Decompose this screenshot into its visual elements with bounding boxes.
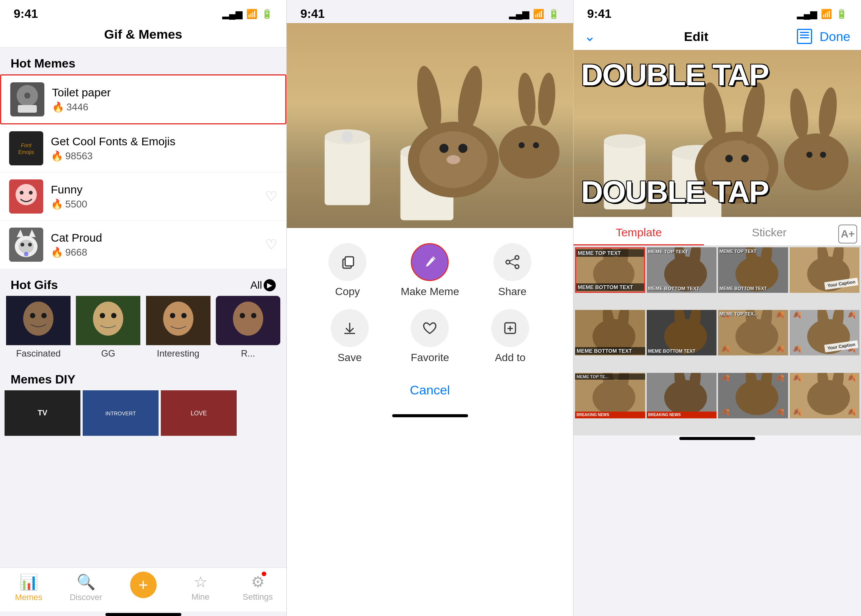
svg-text:🍂: 🍂 [847,373,856,382]
tab-memes[interactable]: 📊 Memes [0,573,57,602]
template-3[interactable]: MEME TOP TEXT MEME BOTTOM TEXT [718,247,788,293]
tab-mine-label: Mine [192,592,210,602]
wifi-icon-3: 📶 [821,9,832,19]
make-meme-button[interactable]: Make Meme [401,243,459,298]
hot-gifs-header-row: Hot Gifs All ▶ [0,269,286,296]
meme-item-fonts[interactable]: Font Emojis Get Cool Fonts & Emojis 🔥 98… [0,124,286,173]
tab-sticker[interactable]: Sticker [704,221,834,245]
meme-fire-cat: 🔥 9668 [51,247,265,258]
meme-name-funny: Funny [51,183,265,196]
template-12[interactable]: 🍂 🍂 🍂 🍂 [790,373,860,418]
svg-text:🍂: 🍂 [721,407,730,416]
template-9[interactable]: Meme Top Te... Meme Bottom Text BREAKING… [575,373,645,418]
svg-point-53 [439,144,448,153]
status-bar-3: 9:41 ▂▄▆ 📶 🔋 [573,0,861,23]
heart-icon-cat[interactable]: ♡ [265,237,277,253]
meme-info-fonts: Get Cool Fonts & Emojis 🔥 98563 [51,135,277,162]
save-button[interactable]: Save [327,309,372,364]
tab-discover[interactable]: 🔍 Discover [57,573,115,602]
meme-count-fonts: 98563 [65,150,93,162]
tpl-top-9: Meme Top Te... [575,374,645,380]
tab-add[interactable]: + [115,573,172,602]
diy-thumb-1[interactable]: TV [5,390,80,436]
status-icons-1: ▂▄▆ 📶 🔋 [222,9,273,19]
gif-item-fascinated[interactable]: Fascinated [5,296,72,359]
all-button[interactable]: All ▶ [250,279,276,291]
favorite-icon [411,309,449,347]
svg-point-45 [342,131,353,143]
fire-icon-funny: 🔥 [51,198,63,210]
meme-name-toilet-paper: Toilet paper [52,86,276,99]
svg-point-55 [446,155,460,164]
svg-point-22 [41,313,47,318]
edit-title: Edit [684,29,708,44]
template-6[interactable]: MEME BOTTOM TEXT [647,310,717,355]
svg-point-60 [533,142,539,148]
svg-point-18 [24,252,28,256]
tab-mine[interactable]: ☆ Mine [172,573,229,602]
diy-thumb-3[interactable]: LOVE [161,390,237,436]
svg-text:TV: TV [38,409,47,417]
svg-point-20 [23,302,53,336]
svg-rect-62 [345,257,354,266]
svg-point-9 [20,191,24,195]
tab-discover-label: Discover [70,592,102,602]
actions-area: Copy Make Meme [287,228,573,413]
template-10[interactable]: BREAKING NEWS [647,373,717,418]
gif-svg [287,23,573,228]
meme-item-cat[interactable]: Cat Proud 🔥 9668 ♡ [0,221,286,269]
add-to-label: Add to [495,352,526,364]
svg-rect-43 [325,137,370,205]
settings-icon: ⚙ [251,573,265,591]
svg-line-67 [510,263,515,266]
chevron-down-icon[interactable]: ⌄ [584,28,595,44]
done-button[interactable]: Done [820,29,850,44]
tpl-top-2: Meme Top Text [647,248,717,255]
svg-point-59 [518,142,525,148]
signal-icon: ▂▄▆ [222,9,242,19]
layout-icon[interactable] [797,29,812,44]
svg-text:Font: Font [21,142,32,148]
wifi-icon-2: 📶 [533,9,544,19]
add-to-button[interactable]: Add to [487,309,533,364]
template-8[interactable]: 🍂 🍂 🍂 🍂 Your Caption [790,310,860,355]
share-button[interactable]: Share [490,243,535,298]
layout-line-3 [800,37,809,38]
gif-item-interesting[interactable]: Interesting [145,296,212,359]
template-4[interactable]: Your Caption [790,247,860,293]
svg-point-13 [19,240,34,253]
meme-thumb-toilet-paper [10,82,44,116]
time-1: 9:41 [14,7,38,21]
font-badge[interactable]: A+ [838,225,857,244]
svg-point-26 [111,313,116,318]
svg-point-56 [499,126,559,179]
gif-item-r[interactable]: R... [214,296,282,359]
template-7[interactable]: 🍂 🍂 🍂 🍂 MEME TOP TEX... [718,310,788,355]
tpl-top-7: MEME TOP TEX... [718,311,788,317]
template-5[interactable]: Meme Bottom Text [575,310,645,355]
meme-list: Toilet paper 🔥 3446 Font Emojis Get Cool… [0,74,286,269]
favorite-label: Favorite [411,352,449,364]
svg-point-64 [515,265,519,269]
template-2[interactable]: Meme Top Text Meme Bottom Text [647,247,717,293]
gif-item-gg[interactable]: GG [74,296,142,359]
meme-item-toilet-paper[interactable]: Toilet paper 🔥 3446 [0,74,286,124]
svg-text:INTROVERT: INTROVERT [105,410,136,416]
tab-template[interactable]: Template [573,221,704,245]
meme-item-funny[interactable]: Funny 🔥 5500 ♡ [0,173,286,221]
svg-text:🍂: 🍂 [793,345,802,354]
template-11[interactable]: 🍂 🍂 🍂 🍂 [718,373,788,418]
favorite-button[interactable]: Favorite [407,309,452,364]
add-icon[interactable]: + [130,572,157,598]
template-1[interactable]: Meme Top Text Meme Bottom Text [575,247,645,293]
diy-thumb-2[interactable]: INTROVERT [83,390,159,436]
cancel-button[interactable]: Cancel [310,375,550,405]
heart-icon-funny[interactable]: ♡ [265,189,277,204]
meme-name-cat: Cat Proud [51,231,265,244]
tab-settings[interactable]: ⚙ Settings [229,573,286,602]
copy-button[interactable]: Copy [325,243,370,298]
ts-tabs: Template Sticker A+ [573,217,861,246]
meme-preview: DOUBLE TAP DOUBLE TAP [573,50,861,217]
meme-bottom-text: DOUBLE TAP [573,171,861,213]
meme-info-cat: Cat Proud 🔥 9668 [51,231,265,258]
